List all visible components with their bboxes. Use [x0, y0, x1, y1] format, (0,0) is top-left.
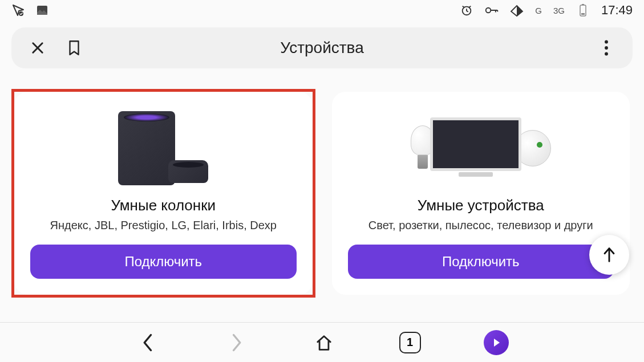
svg-point-9 [605, 52, 608, 56]
status-bar: G 3G 17:49 [0, 0, 644, 21]
forward-button[interactable] [224, 330, 249, 355]
scroll-top-fab[interactable] [589, 235, 629, 275]
card-subtitle: Яндекс, JBL, Prestigio, LG, Elari, Irbis… [50, 219, 277, 232]
more-menu-button[interactable] [596, 38, 617, 58]
alice-assistant-button[interactable] [484, 330, 509, 355]
alarm-icon [460, 3, 473, 17]
card-subtitle: Свет, розетки, пылесос, телевизор и друг… [368, 219, 593, 232]
vpn-key-icon [485, 3, 499, 17]
svg-rect-6 [581, 13, 585, 15]
header-bar: Устройства [11, 27, 633, 68]
speaker-illustration [30, 105, 297, 191]
close-button[interactable] [27, 38, 48, 58]
bottom-nav: 1 [0, 322, 644, 362]
page-title: Устройства [280, 39, 363, 57]
connect-button[interactable]: Подключить [348, 245, 614, 279]
svg-point-7 [605, 40, 608, 44]
svg-point-3 [486, 8, 491, 13]
card-title: Умные колонки [111, 197, 216, 214]
card-smart-speakers[interactable]: Умные колонки Яндекс, JBL, Prestigio, LG… [11, 89, 315, 298]
cards-container: Умные колонки Яндекс, JBL, Prestigio, LG… [0, 75, 644, 303]
back-button[interactable] [136, 330, 161, 355]
svg-point-8 [605, 46, 608, 50]
devices-illustration [348, 105, 614, 191]
signal-3g-label: 3G [553, 6, 565, 15]
card-title: Умные устройства [418, 197, 544, 214]
clock-time: 17:49 [601, 3, 633, 18]
location-icon [11, 3, 25, 17]
tabs-button[interactable]: 1 [399, 332, 421, 353]
card-smart-devices[interactable]: Умные устройства Свет, розетки, пылесос,… [329, 89, 633, 298]
bookmark-button[interactable] [64, 38, 84, 58]
connect-button[interactable]: Подключить [30, 245, 297, 279]
svg-rect-5 [582, 4, 584, 5]
image-icon [35, 3, 49, 17]
home-button[interactable] [311, 330, 337, 355]
wifi-icon [510, 3, 524, 17]
signal-g-label: G [535, 6, 542, 15]
battery-icon [576, 3, 590, 17]
